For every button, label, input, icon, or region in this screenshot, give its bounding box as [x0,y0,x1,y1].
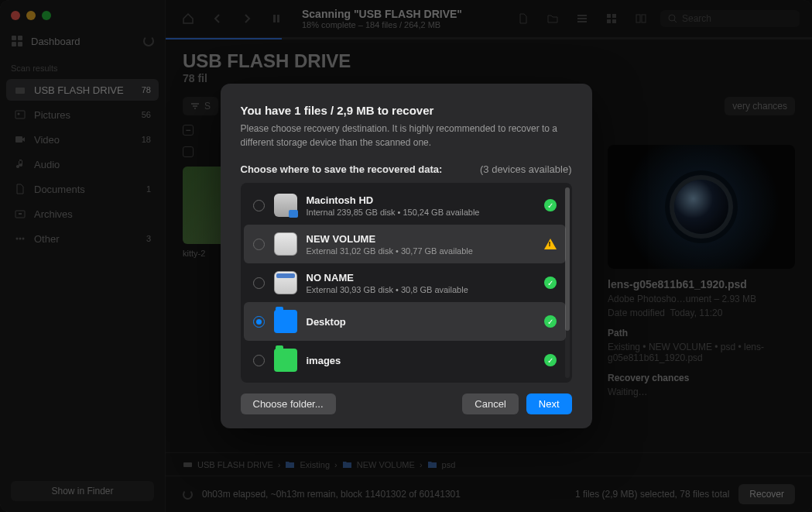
device-detail: Internal 239,85 GB disk • 150,24 GB avai… [307,208,535,217]
next-button[interactable]: Next [526,393,572,414]
device-row-desktop[interactable]: Desktop [244,302,566,341]
folder-icon [274,310,297,333]
device-row-no-name[interactable]: NO NAME External 30,93 GB disk • 30,8 GB… [244,263,566,302]
modal-device-count: (3 devices available) [480,163,572,175]
folder-icon [274,349,297,372]
modal-choose-label: Choose where to save the recovered data: [241,163,443,175]
external-drive-icon [274,232,297,256]
device-detail: External 30,93 GB disk • 30,8 GB availab… [307,285,535,294]
radio-button[interactable] [253,277,265,289]
choose-folder-button[interactable]: Choose folder... [241,393,336,414]
radio-button[interactable] [253,355,265,366]
device-row-macintosh-hd[interactable]: Macintosh HD Internal 239,85 GB disk • 1… [244,186,566,225]
device-list: Macintosh HD Internal 239,85 GB disk • 1… [241,183,572,383]
status-warning-icon [544,239,557,249]
device-row-images[interactable]: images [244,341,566,380]
modal-description: Please choose recovery destination. It i… [241,122,572,149]
external-drive-icon [274,271,297,294]
status-ok-icon [544,277,557,289]
device-name: NEW VOLUME [307,233,535,245]
device-row-new-volume[interactable]: NEW VOLUME External 31,02 GB disk • 30,7… [244,225,566,263]
status-ok-icon [544,199,557,211]
status-ok-icon [544,354,557,366]
device-name: Macintosh HD [307,194,535,206]
radio-button[interactable] [253,316,265,328]
device-name: images [307,355,535,366]
hdd-icon [274,194,297,217]
radio-button[interactable] [253,200,265,211]
device-name: Desktop [307,316,535,328]
recovery-destination-modal: You have 1 files / 2,9 MB to recover Ple… [221,84,592,428]
radio-button[interactable] [253,239,265,250]
cancel-button[interactable]: Cancel [462,393,518,414]
modal-title: You have 1 files / 2,9 MB to recover [241,104,572,117]
status-ok-icon [544,315,557,328]
device-name: NO NAME [307,272,535,283]
device-detail: External 31,02 GB disk • 30,77 GB availa… [307,246,535,256]
scrollbar[interactable] [565,187,570,378]
